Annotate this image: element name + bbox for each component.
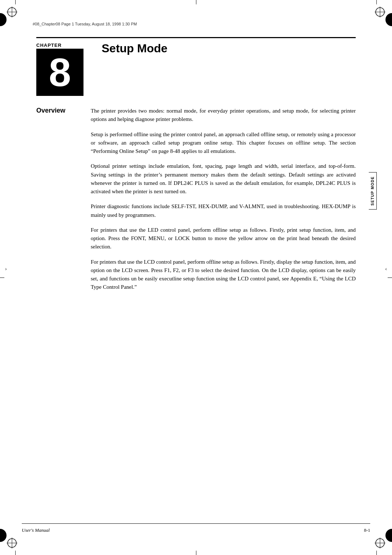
page: › ‹ #08_Chapter08 Page 1 Tuesday, August… <box>0 0 392 555</box>
crop-mark <box>196 0 196 4</box>
paragraph-5: For printers that use the LED control pa… <box>91 226 356 251</box>
crop-mark <box>196 551 196 555</box>
registration-mark <box>7 538 17 548</box>
paragraph-4: Printer diagnostic functions include SEL… <box>91 202 356 219</box>
chapter-header: CHAPTER 8 Setup Mode <box>36 37 356 96</box>
paragraph-6: For printers that use the LCD control pa… <box>91 258 356 292</box>
crop-mark <box>376 0 377 4</box>
registration-mark <box>375 538 385 548</box>
binding-decoration <box>385 13 392 26</box>
paragraph-1: The printer provides two modes: normal m… <box>91 107 356 124</box>
chapter-title-area: Setup Mode <box>102 42 356 59</box>
arrow-mark: ‹ <box>385 266 387 272</box>
header-meta: #08_Chapter08 Page 1 Tuesday, August 18,… <box>22 22 370 26</box>
footer-manual-label: User's Manual <box>22 527 50 533</box>
chapter-title: Setup Mode <box>102 42 167 55</box>
registration-mark <box>7 7 17 17</box>
binding-decoration <box>0 529 7 542</box>
crop-mark <box>388 278 392 278</box>
binding-decoration <box>0 13 7 26</box>
chapter-label: CHAPTER <box>36 42 63 49</box>
binding-decoration <box>385 529 392 542</box>
paragraph-2: Setup is performed offline using the pri… <box>91 130 356 156</box>
paragraph-3: Optional printer settings include emulat… <box>91 162 356 196</box>
chapter-number: 8 <box>36 49 83 96</box>
main-content: Overview The printer provides two modes:… <box>36 107 356 298</box>
section-heading: Overview <box>36 107 83 114</box>
crop-mark <box>0 278 4 278</box>
crop-mark <box>376 551 377 555</box>
crop-mark <box>15 0 16 4</box>
left-sidebar: Overview <box>36 107 91 298</box>
registration-mark <box>375 7 385 17</box>
chapter-block: CHAPTER 8 <box>36 42 87 96</box>
content-area: CHAPTER 8 Setup Mode Overview The printe… <box>22 37 370 298</box>
page-footer: User's Manual 8-1 <box>22 523 370 533</box>
body-content: The printer provides two modes: normal m… <box>91 107 356 298</box>
crop-mark <box>15 551 16 555</box>
footer-page-number: 8-1 <box>364 527 370 533</box>
arrow-mark: › <box>5 266 7 272</box>
side-tab: SETUP MODE <box>369 172 377 210</box>
